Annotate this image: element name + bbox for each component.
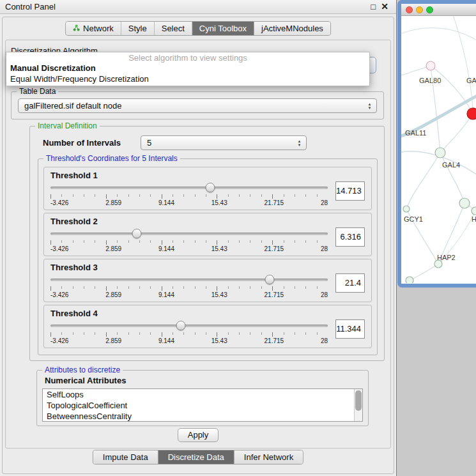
scale-label: -3.426 <box>50 199 68 206</box>
scale-label: 9.144 <box>158 291 174 298</box>
threshold-slider[interactable]: -3.4262.8599.14415.4321.71528 <box>50 319 328 345</box>
threshold-panel: Threshold 2 -3.4262.8599.14415.4321.7152… <box>43 213 372 256</box>
control-panel-titlebar: Control Panel □ ✕ <box>0 0 396 14</box>
slider-thumb[interactable] <box>132 229 141 238</box>
bottom-tab-discretize-data[interactable]: Discretize Data <box>158 450 234 464</box>
slider-thumb[interactable] <box>176 321 185 330</box>
attribute-item[interactable]: BetweennessCentrality <box>43 411 362 422</box>
algorithm-option-equal-width[interactable]: Equal Width/Frequency Discretization <box>6 73 369 84</box>
algorithm-dropdown-popup: Select algorithm to view settings Manual… <box>6 52 370 86</box>
network-node-label: HAP2 <box>437 254 456 261</box>
network-icon <box>73 24 80 33</box>
threshold-panel: Threshold 4 -3.4262.8599.14415.4321.7152… <box>43 305 372 348</box>
algorithm-option-manual[interactable]: Manual Discretization <box>6 63 369 73</box>
interval-definition-group: Interval Definition Number of Intervals … <box>29 126 385 361</box>
network-node[interactable] <box>406 277 413 283</box>
scale-label: -3.426 <box>50 337 68 344</box>
network-view-window: GAL80GAGAL11GAL4GCY1HHAP2 <box>397 0 476 288</box>
scale-label: 15.43 <box>211 199 227 206</box>
tab-cyni-toolbox[interactable]: Cyni Toolbox <box>192 22 254 35</box>
scale-label: 15.43 <box>211 337 227 344</box>
scale-label: 2.859 <box>105 199 121 206</box>
top-tab-bar: NetworkStyleSelectCyni ToolboxjActiveMNo… <box>65 21 331 36</box>
slider-major-ticks <box>50 332 328 337</box>
tab-label: Style <box>128 24 147 33</box>
tab-jactivemnodules[interactable]: jActiveMNodules <box>254 22 330 35</box>
attributes-group: Attributes to discretize Numerical Attri… <box>36 370 369 426</box>
list-scrollbar[interactable] <box>354 389 362 421</box>
threshold-panel: Threshold 1 -3.4262.8599.14415.4321.7152… <box>43 167 372 210</box>
threshold-value-field[interactable]: 21.4 <box>335 273 365 293</box>
network-window-titlebar[interactable] <box>401 4 476 16</box>
zoom-traffic-light[interactable] <box>426 6 433 13</box>
slider-track[interactable] <box>50 325 328 327</box>
number-of-intervals-select[interactable]: 5 ▲▼ <box>141 135 307 150</box>
network-node-label: GAL11 <box>405 129 426 137</box>
algorithm-hint-item[interactable]: Select algorithm to view settings <box>6 53 369 63</box>
slider-thumb[interactable] <box>265 275 274 284</box>
apply-button[interactable]: Apply <box>178 428 219 442</box>
threshold-label: Threshold 2 <box>50 217 365 226</box>
thresholds-legend: Threshold's Coordinates for 5 Intervals <box>43 154 180 163</box>
bottom-tab-bar: Impute DataDiscretize DataInfer Network <box>93 450 303 464</box>
attribute-item[interactable]: SelfLoops <box>43 389 362 400</box>
tab-network[interactable]: Network <box>66 22 121 35</box>
threshold-slider[interactable]: -3.4262.8599.14415.4321.71528 <box>50 227 328 253</box>
network-node[interactable] <box>459 198 470 208</box>
scale-label: 2.859 <box>105 337 121 344</box>
minimize-traffic-light[interactable] <box>416 6 423 13</box>
network-node[interactable] <box>435 148 445 158</box>
threshold-value-field[interactable]: 6.316 <box>335 227 365 247</box>
numerical-attributes-list[interactable]: SelfLoopsTopologicalCoefficientBetweenne… <box>42 388 363 422</box>
close-traffic-light[interactable] <box>406 6 413 13</box>
list-scrollbar-thumb[interactable] <box>355 390 362 411</box>
attribute-list-items: SelfLoopsTopologicalCoefficientBetweenne… <box>43 389 362 422</box>
cyni-toolbox-panel: Discretization Algorithm Select algorith… <box>5 40 391 449</box>
tab-select[interactable]: Select <box>155 22 192 35</box>
number-of-intervals-label: Number of Intervals <box>43 138 121 148</box>
network-graph <box>401 16 476 283</box>
scale-label: 21.715 <box>265 199 284 206</box>
threshold-value-field[interactable]: 11.344 <box>335 319 365 339</box>
combo-arrows-icon: ▲▼ <box>365 100 374 112</box>
network-node-selected[interactable] <box>467 108 476 119</box>
network-node-label: H <box>472 215 476 223</box>
control-panel: Control Panel □ ✕ NetworkStyleSelectCyni… <box>0 0 396 476</box>
slider-thumb[interactable] <box>206 183 215 192</box>
scale-label: 28 <box>321 245 328 252</box>
slider-track[interactable] <box>50 187 328 189</box>
network-node-label: GCY1 <box>404 215 423 223</box>
scale-label: 21.715 <box>265 291 284 298</box>
slider-track[interactable] <box>50 233 328 235</box>
tab-label: Select <box>162 24 185 33</box>
attribute-item[interactable]: TopologicalCoefficient <box>43 400 362 411</box>
threshold-value-field[interactable]: 14.713 <box>335 181 365 201</box>
scale-label: 15.43 <box>211 291 227 298</box>
tab-label: jActiveMNodules <box>261 24 323 33</box>
threshold-label: Threshold 1 <box>50 171 365 180</box>
scale-label: 21.715 <box>265 337 284 344</box>
stage: Control Panel □ ✕ NetworkStyleSelectCyni… <box>0 0 476 476</box>
threshold-label: Threshold 4 <box>50 309 365 318</box>
attributes-legend: Attributes to discretize <box>42 365 123 374</box>
combo-arrows-icon: ▲▼ <box>295 137 304 149</box>
close-icon[interactable]: ✕ <box>381 1 388 12</box>
scale-label: 28 <box>321 291 328 298</box>
scale-label: 9.144 <box>158 199 174 206</box>
float-window-icon[interactable]: □ <box>371 2 376 12</box>
threshold-slider[interactable]: -3.4262.8599.14415.4321.71528 <box>50 273 328 299</box>
bottom-tab-impute-data[interactable]: Impute Data <box>93 450 158 464</box>
threshold-slider[interactable]: -3.4262.8599.14415.4321.71528 <box>50 181 328 207</box>
table-data-select[interactable]: galFiltered.sif default node ▲▼ <box>18 98 377 113</box>
slider-track[interactable] <box>50 279 328 281</box>
network-canvas[interactable]: GAL80GAGAL11GAL4GCY1HHAP2 <box>401 16 476 283</box>
network-node[interactable] <box>403 206 410 212</box>
network-node[interactable] <box>472 207 476 215</box>
table-data-value: galFiltered.sif default node <box>24 101 121 111</box>
tab-label: Network <box>83 24 114 33</box>
scale-label: 2.859 <box>105 245 121 252</box>
network-node[interactable] <box>426 61 435 70</box>
bottom-tab-infer-network[interactable]: Infer Network <box>234 450 303 464</box>
scale-label: 21.715 <box>265 245 284 252</box>
tab-style[interactable]: Style <box>121 22 155 35</box>
